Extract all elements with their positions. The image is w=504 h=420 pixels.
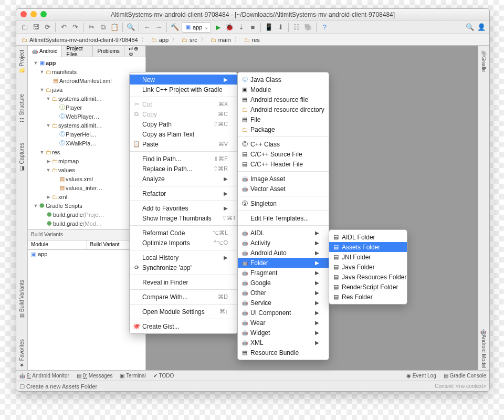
menu-copy-plain[interactable]: Copy as Plain Text	[130, 129, 237, 139]
edit-templates[interactable]: Edit File Templates...	[238, 213, 329, 223]
tab-tools[interactable]: ⇄ ⊕ ⚙	[124, 46, 145, 57]
sdk-icon[interactable]: ⬇	[276, 23, 285, 32]
folder-java-res[interactable]: ▤Java Resources Folder	[329, 272, 407, 282]
folder-renderscript[interactable]: ▤RenderScript Folder	[329, 282, 407, 292]
menu-replace[interactable]: Replace in Path...⇧⌘R	[130, 164, 237, 174]
find-icon[interactable]: 🔍	[126, 23, 135, 32]
rail-gradle[interactable]: 🐘Gradle	[481, 48, 487, 74]
bv-title[interactable]: Build Variants	[28, 229, 145, 240]
help-icon[interactable]: ?	[320, 23, 329, 32]
structure-icon[interactable]: ☷	[292, 23, 301, 32]
context-menu[interactable]: New▶ Link C++ Project with Gradle ✂Cut⌘X…	[129, 72, 238, 334]
new-ui-component[interactable]: 🤖UI Component▶	[238, 308, 329, 318]
traffic-lights[interactable]	[20, 11, 47, 17]
undo-icon[interactable]: ↶	[59, 23, 68, 32]
new-java-class[interactable]: ⒸJava Class	[238, 75, 329, 85]
new-res-dir[interactable]: 🗀Android resource directory	[238, 104, 329, 114]
rail-captures[interactable]: ◧Captures	[19, 141, 25, 174]
gradle-sync-icon[interactable]: 🐘	[303, 23, 313, 32]
rail-android-model[interactable]: 🤖Android Model	[481, 327, 487, 370]
new-fragment[interactable]: 🤖Fragment▶	[238, 268, 329, 278]
new-folder[interactable]: 🤖Folder▶	[238, 258, 329, 268]
menu-analyze[interactable]: Analyze▶	[130, 174, 237, 184]
status-messages[interactable]: ▤ 0: Messages	[77, 373, 112, 379]
status-todo[interactable]: ✔ TODO	[153, 373, 174, 379]
avd-icon[interactable]: 📱	[264, 23, 274, 32]
new-package[interactable]: 🗀Package	[238, 124, 329, 134]
new-singleton[interactable]: ⓈSingleton	[238, 198, 329, 208]
back-icon[interactable]: ←	[142, 23, 152, 32]
bv-row[interactable]: ▣ app	[28, 249, 145, 370]
folder-jni[interactable]: ▤JNI Folder	[329, 252, 407, 262]
menu-reformat[interactable]: Reformat Code⌥⌘L	[130, 228, 237, 238]
menu-paste[interactable]: 📋Paste⌘V	[130, 139, 237, 149]
folder-java[interactable]: ▤Java Folder	[329, 262, 407, 272]
menu-reveal[interactable]: Reveal in Finder	[130, 277, 237, 287]
new-vector-asset[interactable]: 🤖Vector Asset	[238, 184, 329, 194]
new-file[interactable]: ▤File	[238, 114, 329, 124]
menu-thumbnails[interactable]: Show Image Thumbnails⇧⌘T	[130, 213, 237, 223]
search-everywhere-icon[interactable]: 🔍	[465, 23, 475, 32]
new-google[interactable]: 🤖Google▶	[238, 278, 329, 288]
run-icon[interactable]: ▶	[213, 23, 223, 32]
menu-gist[interactable]: 🐙Create Gist...	[130, 321, 237, 331]
folder-assets[interactable]: ▤Assets Folder	[329, 242, 407, 252]
new-xml[interactable]: 🤖XML▶	[238, 338, 329, 348]
menu-copy-path[interactable]: Copy Path⇧⌘C	[130, 119, 237, 129]
menu-link-cpp[interactable]: Link C++ Project with Gradle	[130, 85, 237, 94]
menu-cut[interactable]: ✂Cut⌘X	[130, 99, 237, 109]
rail-favorites[interactable]: ★Favorites	[19, 337, 25, 370]
menu-find[interactable]: Find in Path...⇧⌘F	[130, 154, 237, 164]
new-activity[interactable]: 🤖Activity▶	[238, 238, 329, 248]
debug-icon[interactable]: 🐞	[225, 23, 234, 32]
menu-refactor[interactable]: Refactor▶	[130, 188, 237, 198]
copy-icon[interactable]: ⧉	[98, 23, 108, 32]
new-image-asset[interactable]: 🤖Image Asset	[238, 174, 329, 184]
user-icon[interactable]: 👤	[477, 23, 486, 32]
status-terminal[interactable]: ▣ Terminal	[120, 373, 145, 379]
new-c-hdr[interactable]: ▤C/C++ Header File	[238, 159, 329, 169]
new-other[interactable]: 🤖Other▶	[238, 288, 329, 298]
make-icon[interactable]: 🔨	[170, 23, 180, 32]
minimize-icon[interactable]	[30, 11, 37, 17]
sync-icon[interactable]: ⟳	[43, 23, 52, 32]
zoom-icon[interactable]	[40, 11, 47, 17]
folder-res[interactable]: ▤Res Folder	[329, 292, 407, 302]
rail-structure[interactable]: ☷Structure	[19, 92, 25, 125]
new-c-src[interactable]: ▤C/C++ Source File	[238, 149, 329, 159]
new-service[interactable]: 🤖Service▶	[238, 298, 329, 308]
navigation-bar[interactable]: 🗀AltimitSystems-mv-android-client-970848…	[16, 34, 489, 46]
status-event-log[interactable]: ◉ Event Log	[406, 373, 436, 379]
menu-local-history[interactable]: Local History▶	[130, 253, 237, 262]
new-res-file[interactable]: ▤Android resource file	[238, 94, 329, 104]
rail-project[interactable]: 📁Project	[19, 48, 25, 76]
menu-new[interactable]: New▶	[130, 75, 237, 85]
menu-open-module[interactable]: Open Module Settings⌘↓	[130, 307, 237, 317]
open-icon[interactable]: 🗀	[19, 23, 29, 32]
forward-icon[interactable]: →	[154, 23, 163, 32]
new-resource-bundle[interactable]: ▤Resource Bundle	[238, 348, 329, 358]
new-aidl[interactable]: 🤖AIDL▶	[238, 228, 329, 238]
stop-icon[interactable]: ■	[248, 23, 257, 32]
folder-submenu[interactable]: ▤AIDL Folder ▤Assets Folder ▤JNI Folder …	[329, 229, 407, 304]
new-submenu[interactable]: ⒸJava Class ▣Module ▤Android resource fi…	[237, 72, 329, 360]
cut-icon[interactable]: ✂	[87, 23, 96, 32]
new-widget[interactable]: 🤖Widget▶	[238, 328, 329, 338]
tab-project-files[interactable]: Project Files	[62, 46, 93, 57]
close-icon[interactable]	[20, 11, 27, 17]
paste-icon[interactable]: 📋	[110, 23, 119, 32]
new-module[interactable]: ▣Module	[238, 85, 329, 94]
rail-build-variants[interactable]: ▤Build Variants	[19, 278, 25, 321]
tab-android[interactable]: 🤖Android	[28, 46, 62, 57]
attach-icon[interactable]: ⇣	[236, 23, 246, 32]
folder-aidl[interactable]: ▤AIDL Folder	[329, 232, 407, 242]
menu-favorites[interactable]: Add to Favorites▶	[130, 203, 237, 213]
tab-problems[interactable]: Problems	[93, 46, 124, 57]
status-android-monitor[interactable]: 🤖 6: Android Monitor	[19, 373, 69, 379]
new-cpp-class[interactable]: ⒸC++ Class	[238, 139, 329, 149]
redo-icon[interactable]: ↷	[70, 23, 80, 32]
project-tree[interactable]: ▼▣app ▼🗀manifests ▤AndroidManifest.xml ▼…	[28, 57, 145, 229]
new-android-auto[interactable]: 🤖Android Auto▶	[238, 248, 329, 258]
status-gradle-console[interactable]: ▤ Gradle Console	[444, 373, 486, 379]
menu-copy[interactable]: ⧉Copy⌘C	[130, 109, 237, 119]
